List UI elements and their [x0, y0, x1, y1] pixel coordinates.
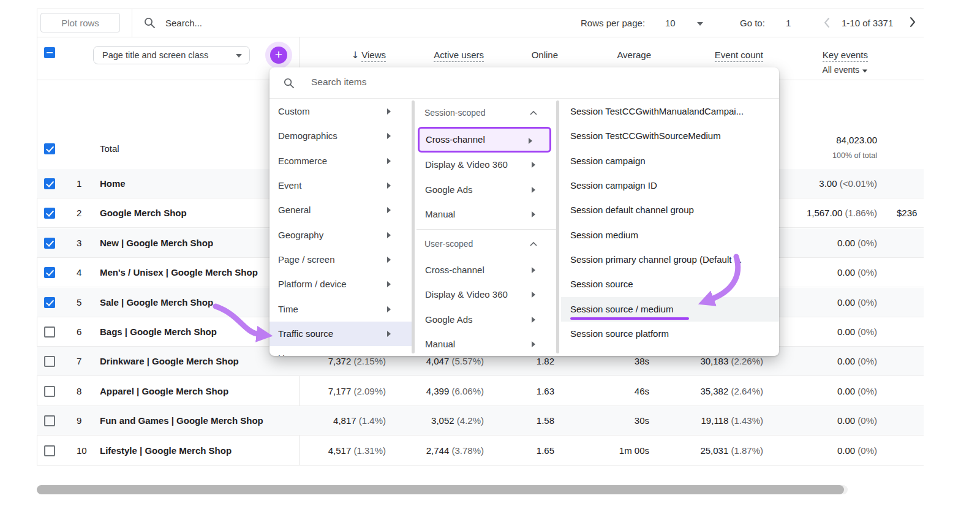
dimension-item-session-campaign[interactable]: Session campaign: [561, 149, 779, 173]
column-header-active-users[interactable]: Active users: [392, 50, 484, 60]
menu-group-user-manual[interactable]: Manual: [417, 332, 556, 356]
row-title: Fun and Games | Google Merch Shop: [100, 415, 263, 426]
event-count-cell: 19,118 (1.43%): [677, 415, 763, 426]
chevron-right-icon: [387, 133, 391, 139]
chevron-up-icon: [530, 111, 537, 115]
plot-rows-button[interactable]: Plot rows: [40, 13, 120, 32]
menu-scrollbar[interactable]: [412, 100, 415, 353]
table-row[interactable]: 10 Lifestyle | Google Merch Shop 4,517 (…: [37, 436, 924, 466]
select-all-checkbox[interactable]: [44, 47, 55, 58]
column-header-event-count[interactable]: Event count: [677, 50, 763, 60]
chevron-right-icon: [529, 138, 532, 144]
rows-per-page-caret-icon[interactable]: [697, 22, 703, 26]
user-scoped-group-header[interactable]: User-scoped: [417, 230, 556, 257]
menu-category-page-screen[interactable]: Page / screen: [270, 247, 412, 272]
rows-per-page-select[interactable]: 10: [665, 18, 676, 28]
menu-category-custom[interactable]: Custom: [270, 99, 412, 124]
dimension-item-session-default-channel-group[interactable]: Session default channel group: [561, 198, 779, 222]
toolbar-vertical-divider: [132, 9, 132, 37]
menu-group-google-ads[interactable]: Google Ads: [417, 178, 556, 202]
next-page-icon[interactable]: [909, 17, 916, 28]
menu-category-ecommerce[interactable]: Ecommerce: [270, 149, 412, 173]
key-events-cell: 1,567.00 (1.86%): [790, 208, 877, 218]
menu-group-user-display-video-360[interactable]: Display & Video 360: [417, 282, 556, 307]
row-checkbox[interactable]: [44, 267, 55, 278]
chevron-right-icon: [532, 187, 535, 193]
row-checkbox[interactable]: [44, 445, 55, 456]
row-title: Sale | Google Merch Shop: [100, 297, 213, 308]
key-events-cell: 0.00 (0%): [790, 445, 877, 456]
total-row-checkbox[interactable]: [44, 143, 55, 154]
column-header-online[interactable]: Online: [497, 50, 558, 60]
row-title: Lifestyle | Google Merch Shop: [100, 445, 232, 456]
dimension-selector-dropdown[interactable]: Page title and screen class: [93, 46, 250, 64]
go-to-input[interactable]: 1: [786, 18, 791, 28]
column-header-key-events[interactable]: Key events: [776, 50, 868, 60]
row-checkbox[interactable]: [44, 178, 55, 189]
row-checkbox[interactable]: [44, 208, 55, 219]
chevron-right-icon: [532, 162, 535, 168]
menu-category-traffic-source[interactable]: Traffic source: [270, 322, 412, 346]
menu-search-input[interactable]: Search items: [311, 77, 366, 88]
row-title: Google Merch Shop: [100, 208, 187, 218]
menu-category-event[interactable]: Event: [270, 173, 412, 198]
dimension-picker-menu: Search items Custom Demographics Ecommer…: [270, 67, 779, 356]
menu-category-demographics[interactable]: Demographics: [270, 124, 412, 148]
table-row[interactable]: 9 Fun and Games | Google Merch Shop 4,81…: [37, 406, 924, 436]
active-users-cell: 3,052 (4.2%): [398, 415, 484, 426]
row-checkbox[interactable]: [44, 326, 55, 338]
menu-scrollbar[interactable]: [556, 100, 559, 353]
session-scoped-group-header[interactable]: Session-scoped: [417, 99, 556, 126]
row-number: 6: [77, 326, 81, 337]
dimension-item-session-medium[interactable]: Session medium: [561, 223, 779, 247]
menu-category-user[interactable]: User: [270, 346, 412, 356]
dimension-item-testccg-source-medium[interactable]: Session TestCCGwithSourceMedium: [561, 124, 779, 148]
menu-category-general[interactable]: General: [270, 198, 412, 222]
search-icon[interactable]: [143, 17, 156, 29]
row-number: 3: [77, 238, 81, 248]
avg-time-cell: 38s: [588, 356, 649, 366]
chevron-right-icon: [532, 211, 535, 217]
column-header-average[interactable]: Average: [578, 50, 651, 60]
group-divider: [417, 229, 556, 230]
chevron-right-icon: [387, 108, 391, 115]
dimension-item-session-primary-channel-group[interactable]: Session primary channel group (Default .…: [561, 247, 779, 272]
row-title: Home: [100, 178, 126, 189]
horizontal-scrollbar-thumb[interactable]: [37, 485, 844, 494]
row-number: 4: [77, 267, 81, 277]
chevron-right-icon: [387, 207, 391, 213]
row-number: 10: [77, 445, 87, 456]
menu-group-display-video-360[interactable]: Display & Video 360: [417, 153, 556, 177]
toolbar-divider-line: [37, 37, 924, 37]
menu-group-user-cross-channel[interactable]: Cross-channel: [417, 258, 556, 282]
row-checkbox[interactable]: [44, 356, 55, 367]
menu-category-time[interactable]: Time: [270, 297, 412, 322]
row-checkbox[interactable]: [44, 238, 55, 249]
dimension-item-testccg-manual-campaign[interactable]: Session TestCCGwithManualandCampai...: [561, 99, 779, 124]
horizontal-scrollbar-track[interactable]: [37, 485, 848, 494]
row-checkbox[interactable]: [44, 386, 55, 397]
total-label: Total: [100, 143, 119, 154]
chevron-right-icon: [532, 267, 535, 273]
menu-category-geography[interactable]: Geography: [270, 223, 412, 247]
menu-category-platform-device[interactable]: Platform / device: [270, 272, 412, 296]
key-events-cell: 0.00 (0%): [790, 415, 877, 426]
dimension-item-session-source-platform[interactable]: Session source platform: [561, 322, 779, 346]
row-title: Bags | Google Merch Shop: [100, 326, 217, 337]
row-checkbox[interactable]: [44, 297, 55, 308]
previous-page-icon[interactable]: [823, 17, 831, 28]
menu-group-manual[interactable]: Manual: [417, 202, 556, 227]
menu-group-cross-channel-selected[interactable]: Cross-channel: [418, 127, 551, 153]
views-per-user-cell: 1.82: [505, 356, 554, 366]
dimension-item-session-campaign-id[interactable]: Session campaign ID: [561, 173, 779, 198]
event-count-cell: 25,031 (1.87%): [677, 445, 763, 456]
column-header-views[interactable]: ↓Views: [288, 50, 386, 61]
add-dimension-button[interactable]: +: [270, 47, 287, 64]
key-events-filter-dropdown[interactable]: All events: [776, 65, 868, 75]
table-search-input[interactable]: Search...: [165, 18, 202, 28]
table-row[interactable]: 8 Apparel | Google Merch Shop 7,177 (2.0…: [37, 377, 924, 406]
dimension-item-session-source[interactable]: Session source: [561, 272, 779, 296]
row-number: 7: [77, 356, 81, 366]
menu-group-user-google-ads[interactable]: Google Ads: [417, 308, 556, 332]
row-checkbox[interactable]: [44, 415, 55, 426]
